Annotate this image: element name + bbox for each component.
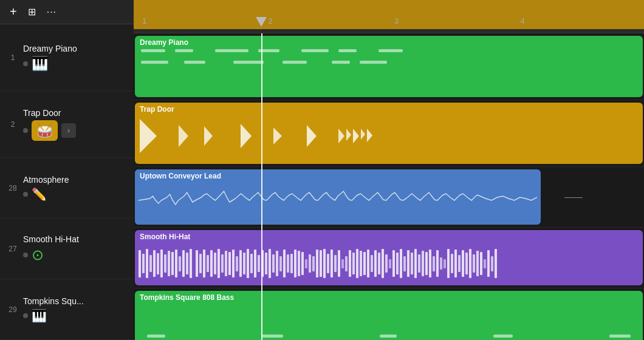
- add-button[interactable]: +: [10, 5, 17, 19]
- copy-button[interactable]: ⊞: [28, 6, 36, 18]
- track-instrument-icon-1: 🎹: [32, 56, 48, 72]
- track-lane-27: Smooth Hi-Hat: [134, 228, 644, 288]
- playhead-line: [261, 33, 262, 340]
- track-icon-row-27: ⊙: [23, 246, 126, 264]
- track-info-28: Atmosphere ✏️: [18, 175, 126, 202]
- track-number-1: 1: [7, 53, 18, 62]
- track-mute-1[interactable]: [23, 61, 28, 66]
- track-info-1: Dreamy Piano 🎹: [18, 44, 126, 72]
- track-mute-28[interactable]: [23, 192, 28, 197]
- track-row-28: 28 Atmosphere ✏️: [0, 158, 134, 219]
- block-label-29: Tompkins Square 808 Bass: [135, 291, 643, 304]
- track-expand-button-2[interactable]: ›: [61, 123, 76, 138]
- track-row-27: 27 Smooth Hi-Hat ⊙: [0, 219, 134, 279]
- block-label-27: Smooth Hi-Hat: [135, 230, 643, 243]
- track-row-2: 2 Trap Door 🥁 ›: [0, 91, 134, 158]
- timeline-area: 1 2 3 4 Dreamy Piano: [134, 0, 644, 340]
- track-row-1: 1 Dreamy Piano 🎹: [0, 24, 134, 91]
- track-icon-row-2: 🥁 ›: [23, 120, 126, 141]
- ruler-mark-3: 3: [392, 16, 518, 25]
- track-number-27: 27: [7, 245, 18, 253]
- track-name-28: Atmosphere: [23, 175, 126, 185]
- track-icon-row-1: 🎹: [23, 56, 126, 72]
- track-lane-29: Tompkins Square 808 Bass: [134, 288, 644, 340]
- track-icon-row-29: 🎹: [23, 308, 126, 323]
- track-mute-27[interactable]: [23, 253, 28, 257]
- extend-line-28: [564, 197, 583, 198]
- track-name-2: Trap Door: [23, 108, 126, 118]
- track-info-2: Trap Door 🥁 ›: [18, 108, 126, 141]
- track-block-28[interactable]: Uptown Conveyor Lead: [135, 169, 541, 225]
- block-label-2: Trap Door: [135, 103, 643, 116]
- waveform-svg-28: [139, 185, 537, 216]
- track-number-28: 28: [7, 184, 18, 192]
- track-lane-2: Trap Door: [134, 100, 644, 167]
- track-mute-29[interactable]: [23, 313, 28, 318]
- track-info-27: Smooth Hi-Hat ⊙: [18, 234, 126, 264]
- track-block-1[interactable]: Dreamy Piano: [135, 36, 643, 97]
- ruler-mark-4: 4: [518, 16, 645, 25]
- track-lane-1: Dreamy Piano: [134, 33, 644, 100]
- track-instrument-icon-29: 🎹: [32, 308, 47, 323]
- track-instrument-icon-2: 🥁: [32, 120, 58, 141]
- track-number-2: 2: [7, 120, 18, 129]
- track-instrument-icon-28: ✏️: [32, 187, 47, 202]
- track-icon-row-28: ✏️: [23, 187, 126, 202]
- track-mute-2[interactable]: [23, 128, 28, 133]
- track-block-2[interactable]: Trap Door: [135, 103, 643, 164]
- track-name-27: Smooth Hi-Hat: [23, 234, 126, 244]
- sidebar: + ⊞ ··· 1 Dreamy Piano 🎹 2 Trap Door: [0, 0, 134, 340]
- sidebar-toolbar: + ⊞ ···: [0, 0, 134, 24]
- track-block-29[interactable]: Tompkins Square 808 Bass: [135, 291, 643, 340]
- block-label-28: Uptown Conveyor Lead: [135, 169, 541, 183]
- track-number-29: 29: [7, 305, 18, 314]
- tracks-content: Dreamy Piano: [134, 33, 644, 340]
- track-name-29: Tompkins Squ...: [23, 296, 126, 306]
- track-block-27[interactable]: Smooth Hi-Hat: [135, 230, 643, 285]
- block-label-1: Dreamy Piano: [135, 36, 643, 49]
- timeline-ruler: 1 2 3 4: [134, 0, 644, 33]
- ruler-mark-2: 2: [266, 16, 392, 25]
- ruler-mark-1: 1: [140, 16, 266, 25]
- track-lane-28: Uptown Conveyor Lead: [134, 167, 644, 228]
- track-name-1: Dreamy Piano: [23, 44, 126, 53]
- more-button[interactable]: ···: [47, 7, 57, 18]
- track-info-29: Tompkins Squ... 🎹: [18, 296, 126, 323]
- track-row-29: 29 Tompkins Squ... 🎹: [0, 279, 134, 340]
- track-instrument-icon-27: ⊙: [32, 246, 44, 264]
